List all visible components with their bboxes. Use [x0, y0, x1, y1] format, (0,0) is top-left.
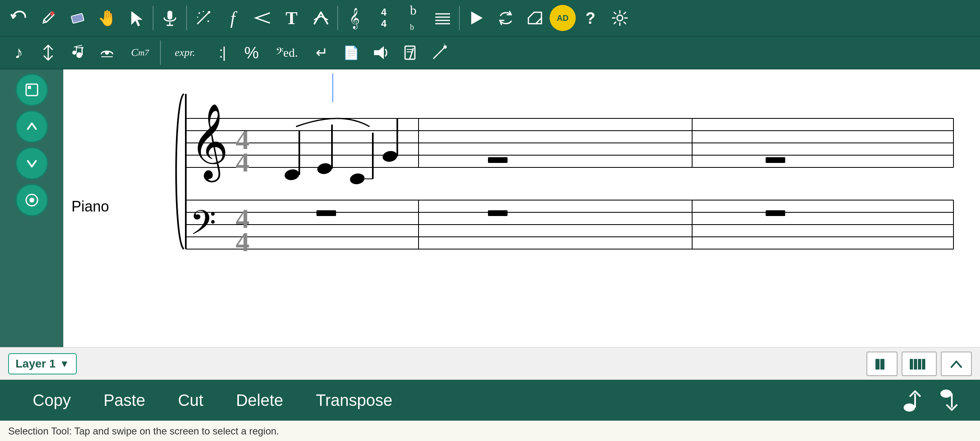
svg-marker-2	[131, 11, 142, 26]
transpose-button[interactable]: Transpose	[300, 387, 409, 414]
svg-point-17	[617, 15, 623, 21]
score-area[interactable]: Piano	[63, 69, 980, 347]
svg-marker-26	[374, 46, 384, 59]
layer-label: Layer 1	[16, 357, 56, 370]
pedal-button[interactable]: 𝄢ed.	[266, 38, 307, 67]
repeat-barline-button[interactable]: :|	[207, 38, 237, 67]
svg-rect-83	[918, 359, 921, 370]
return-button[interactable]: ↵	[307, 38, 336, 67]
help-button[interactable]: ?	[576, 3, 605, 33]
repeat-button[interactable]	[520, 3, 550, 33]
svg-point-24	[105, 51, 109, 55]
svg-rect-84	[922, 359, 925, 370]
svg-rect-75	[766, 157, 785, 163]
svg-point-8	[198, 12, 200, 14]
text-button[interactable]: T	[277, 3, 306, 33]
grace-note-button[interactable]	[63, 38, 92, 67]
undo-button[interactable]	[4, 3, 33, 33]
main-area: Piano	[0, 69, 980, 347]
copy-button[interactable]: Copy	[16, 387, 87, 414]
svg-line-28	[410, 49, 413, 58]
pitch-down-button[interactable]	[935, 386, 964, 414]
svg-rect-81	[910, 359, 913, 370]
svg-line-23	[74, 45, 82, 47]
divider5	[160, 40, 161, 65]
tuner-button[interactable]: +	[425, 38, 454, 67]
selection-mode-button[interactable]	[16, 74, 48, 106]
expression-button[interactable]: expr.	[163, 38, 207, 67]
instrument-label: Piano	[71, 198, 109, 215]
ad-button[interactable]: AD	[550, 5, 576, 31]
svg-rect-1	[71, 13, 84, 24]
svg-rect-76	[316, 210, 336, 216]
fermata-button[interactable]	[92, 38, 122, 67]
svg-rect-80	[880, 359, 884, 370]
divider1	[153, 6, 154, 30]
svg-point-9	[207, 20, 209, 22]
svg-line-6	[198, 12, 209, 24]
pitch-button[interactable]	[33, 38, 63, 67]
svg-point-10	[203, 11, 204, 12]
loop-button[interactable]	[491, 3, 520, 33]
hairpin-button[interactable]	[247, 3, 277, 33]
play-button[interactable]	[461, 3, 491, 33]
svg-text:𝄢: 𝄢	[190, 205, 216, 250]
slash-button[interactable]: %	[237, 38, 266, 67]
bottom-toolbar: Copy Paste Cut Delete Transpose	[0, 380, 980, 421]
svg-rect-35	[28, 86, 31, 89]
hand-button[interactable]: 🤚	[92, 3, 122, 33]
svg-text:+: +	[443, 44, 446, 47]
divider3	[337, 6, 338, 30]
svg-rect-82	[914, 359, 917, 370]
pencil-button[interactable]	[33, 3, 63, 33]
cut-button[interactable]: Cut	[162, 387, 220, 414]
move-down-button[interactable]	[16, 147, 48, 180]
collapse-button[interactable]	[941, 352, 972, 376]
move-up-button[interactable]	[16, 110, 48, 143]
metronome-button[interactable]	[395, 38, 425, 67]
time-sig-button[interactable]: 44	[369, 3, 399, 33]
paste-button[interactable]: Paste	[87, 387, 161, 414]
svg-point-85	[904, 403, 915, 412]
key-sig-button[interactable]: bb	[399, 3, 428, 33]
layer-select-dropdown[interactable]: Layer 1 ▼	[8, 353, 77, 374]
svg-point-21	[72, 51, 76, 55]
dynamics-button[interactable]: f	[218, 3, 247, 33]
lines-button[interactable]	[428, 3, 457, 33]
status-bar: Selection Tool: Tap and swipe on the scr…	[0, 421, 980, 441]
note-duration-button[interactable]: ♪	[4, 38, 33, 67]
magic-button[interactable]	[189, 3, 218, 33]
svg-text:4: 4	[236, 147, 249, 178]
left-panel	[0, 69, 63, 347]
record-mode-button[interactable]	[16, 184, 48, 216]
divider2	[186, 6, 187, 30]
svg-point-19	[76, 52, 82, 58]
svg-rect-79	[875, 359, 880, 370]
articulation-button[interactable]	[306, 3, 336, 33]
pitch-up-button[interactable]	[898, 386, 927, 414]
svg-point-11	[197, 17, 198, 18]
clef-button[interactable]: 𝄞	[340, 3, 369, 33]
svg-marker-16	[471, 11, 483, 24]
view-bars-button[interactable]	[866, 352, 898, 376]
view-controls	[866, 352, 972, 376]
chord-button[interactable]: Cm7	[122, 38, 158, 67]
select-button[interactable]	[122, 3, 151, 33]
svg-point-37	[29, 198, 34, 203]
delete-button[interactable]: Delete	[220, 387, 300, 414]
microphone-button[interactable]	[155, 3, 185, 33]
page-button[interactable]: 📄	[336, 38, 366, 67]
svg-point-87	[940, 390, 952, 398]
layer-bar: Layer 1 ▼	[0, 347, 980, 380]
settings-button[interactable]	[605, 3, 635, 33]
speaker-button[interactable]	[366, 38, 395, 67]
svg-point-7	[208, 11, 210, 13]
svg-rect-74	[488, 157, 508, 163]
status-text: Selection Tool: Tap and swipe on the scr…	[8, 425, 279, 437]
svg-rect-78	[766, 210, 785, 216]
svg-text:4: 4	[236, 226, 249, 257]
svg-rect-77	[488, 210, 508, 216]
eraser-button[interactable]	[63, 3, 92, 33]
second-toolbar: ♪ Cm7 expr. :| % 𝄢ed. ↵ 📄 +	[0, 37, 980, 69]
view-more-bars-button[interactable]	[902, 352, 937, 376]
